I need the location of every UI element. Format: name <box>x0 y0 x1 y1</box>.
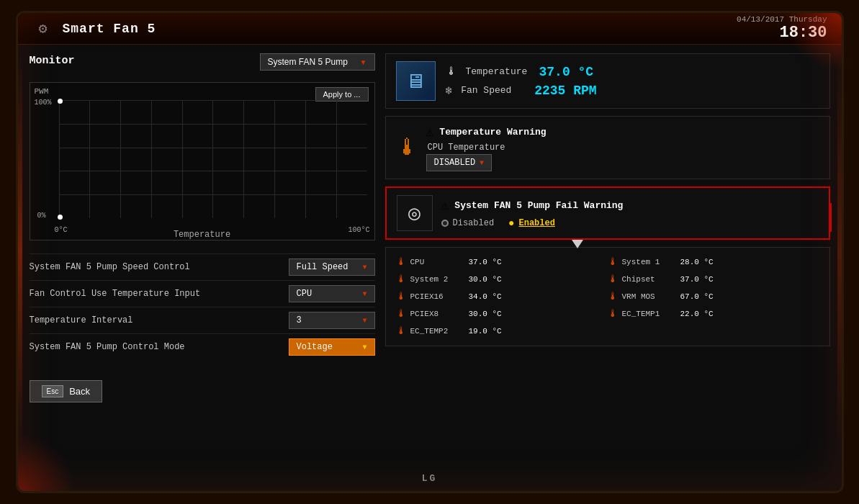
left-panel: Monitor System FAN 5 Pump ▼ PWM 100% 0% … <box>30 53 375 482</box>
warning-value-row: DISABLED ▼ <box>426 154 819 171</box>
temp-entry-ectemp1: 🌡 EC_TEMP1 22.0 °C <box>608 307 819 321</box>
fan-warning-content: ⚠ System FAN 5 Pump Fail Warning Disable… <box>441 197 819 229</box>
setting-row-interval: Temperature Interval 3 ▼ <box>30 307 375 333</box>
corner-accent-top-right <box>784 13 842 71</box>
temp-entry-pciex16: 🌡 PCIEX16 34.0 °C <box>396 289 608 304</box>
temp-sensors-grid: 🌡 CPU 37.0 °C 🌡 System 1 28.0 °C 🌡 Syste… <box>385 247 830 346</box>
x-axis-label: Temperature <box>174 230 230 240</box>
grid-col <box>336 100 367 218</box>
temperature-row: 🌡 Temperature 37.0 °C <box>446 65 597 79</box>
grid-col <box>120 100 151 218</box>
settings-rows: System FAN 5 Pump Speed Control Full Spe… <box>30 253 375 360</box>
pwm-label: PWM <box>35 87 49 96</box>
temperature-icon: 🌡 <box>446 65 457 78</box>
header-bar: ⚙ Smart Fan 5 04/13/2017 Thursday 18:30 <box>18 13 842 45</box>
temp-val-ectemp2: 19.0 °C <box>469 327 502 336</box>
thermometer-icon: 🌡 <box>396 134 419 162</box>
radio-disabled[interactable]: Disabled <box>441 218 495 228</box>
fan-warning-title-text: System FAN 5 Pump Fail Warning <box>454 200 623 211</box>
temp-sensor-icon: 🌡 <box>396 325 406 337</box>
control-mode-dropdown[interactable]: Voltage ▼ <box>289 338 375 356</box>
temperature-warning-card: 🌡 ⚠ Temperature Warning CPU Temperature … <box>385 116 830 179</box>
temp-entry-ectemp2: 🌡 EC_TEMP2 19.0 °C <box>396 324 608 338</box>
fan-speed-row: ❄ Fan Speed 2235 RPM <box>446 84 597 98</box>
fan-warning-triangle-icon: ⚠ <box>441 197 449 213</box>
temp-entry-pciex8: 🌡 PCIEX8 30.0 °C <box>396 307 608 321</box>
temp-name-system2: System 2 <box>410 275 464 284</box>
monitor-bezel: ⚙ Smart Fan 5 04/13/2017 Thursday 18:30 … <box>16 11 844 493</box>
info-rows: 🌡 Temperature 37.0 °C ❄ Fan Speed 2235 R… <box>446 65 597 98</box>
interval-dropdown[interactable]: 3 ▼ <box>289 312 375 329</box>
y-max-label: 100% <box>35 99 52 107</box>
speed-control-dropdown[interactable]: Full Speed ▼ <box>289 258 375 276</box>
temp-sensor-icon: 🌡 <box>608 308 618 320</box>
radio-disabled-label: Disabled <box>453 218 495 228</box>
temp-entry-system1: 🌡 System 1 28.0 °C <box>608 255 819 269</box>
temp-sensor-icon: 🌡 <box>608 291 618 302</box>
temp-name-chipset: Chipset <box>622 275 676 284</box>
fan-speed-label: Fan Speed <box>461 85 526 96</box>
warning-triangle-icon: ⚠ <box>426 124 434 140</box>
info-card: 🖥 🌡 Temperature 37.0 °C ❄ Fan Speed 2235… <box>385 53 830 109</box>
radio-enabled[interactable]: ● Enabled <box>508 217 555 229</box>
fan-speed-icon: ❄ <box>446 84 453 98</box>
setting-label-interval: Temperature Interval <box>30 315 133 325</box>
dropdown-arrow-icon: ▼ <box>362 343 366 351</box>
dropdown-arrow-icon: ▼ <box>362 264 366 271</box>
setting-row-temp-input: Fan Control Use Temperature Input CPU ▼ <box>30 280 375 307</box>
chart-grid-area <box>59 100 367 218</box>
grid-col <box>89 100 120 218</box>
temp-name-ectemp1: EC_TEMP1 <box>622 310 676 318</box>
temp-name-pciex8: PCIEX8 <box>410 310 464 318</box>
grid-col <box>182 100 213 218</box>
grid-col <box>274 100 305 218</box>
temp-name-pciex16: PCIEX16 <box>410 292 464 301</box>
grid-col <box>243 100 274 218</box>
monitor-label: Monitor <box>30 55 75 67</box>
radio-disabled-dot <box>441 220 449 227</box>
temp-name-ectemp2: EC_TEMP2 <box>410 327 464 336</box>
back-button-area: Esc Back <box>30 374 375 402</box>
corner-accent-bottom-left <box>18 433 76 491</box>
warning-text-block: ⚠ Temperature Warning CPU Temperature DI… <box>426 124 819 171</box>
x-max-label: 100°C <box>348 226 369 234</box>
back-button[interactable]: Esc Back <box>30 380 103 402</box>
temp-val-pciex16: 34.0 °C <box>469 292 502 301</box>
back-key-label: Esc <box>42 385 64 397</box>
warning-card-inner: 🌡 ⚠ Temperature Warning CPU Temperature … <box>396 124 819 171</box>
main-content: Monitor System FAN 5 Pump ▼ PWM 100% 0% … <box>18 45 842 491</box>
dropdown-arrow-icon: ▼ <box>360 58 367 66</box>
right-panel: 🖥 🌡 Temperature 37.0 °C ❄ Fan Speed 2235… <box>385 53 830 482</box>
chart-area: PWM 100% 0% 0°C 100°C Apply to ... <box>30 82 375 240</box>
arrow-cursor-icon <box>572 240 583 248</box>
temp-sensor-icon: 🌡 <box>608 274 618 285</box>
chart-dot-start <box>58 215 63 220</box>
temp-val-system1: 28.0 °C <box>680 258 714 266</box>
fan-blade-icon: ◎ <box>397 195 433 231</box>
fan-speed-value: 2235 RPM <box>534 84 596 98</box>
x-min-label: 0°C <box>55 226 68 234</box>
apply-button[interactable]: Apply to ... <box>315 87 369 102</box>
chart-grid-cols <box>59 100 367 218</box>
temp-val-system2: 30.0 °C <box>469 275 502 284</box>
temp-val-pciex8: 30.0 °C <box>469 310 502 318</box>
warning-title-text: Temperature Warning <box>439 127 546 138</box>
coin-icon: ● <box>508 217 514 229</box>
red-arrow-line <box>830 203 832 232</box>
setting-label-speed-control: System FAN 5 Pump Speed Control <box>30 262 190 272</box>
temp-name-vrmmos: VRM MOS <box>622 292 676 301</box>
temp-sensor-icon: 🌡 <box>396 274 406 285</box>
gear-icon: ⚙ <box>32 18 54 40</box>
warning-value-dropdown[interactable]: DISABLED ▼ <box>426 154 493 171</box>
setting-label-temp-input: Fan Control Use Temperature Input <box>30 289 201 299</box>
temp-sensor-icon: 🌡 <box>396 308 406 320</box>
setting-row-speed-control: System FAN 5 Pump Speed Control Full Spe… <box>30 253 375 280</box>
monitor-dropdown[interactable]: System FAN 5 Pump ▼ <box>260 53 375 71</box>
warning-title-row: ⚠ Temperature Warning <box>426 124 819 140</box>
grid-col <box>305 100 336 218</box>
temp-input-dropdown[interactable]: CPU ▼ <box>289 285 375 302</box>
dropdown-arrow-icon: ▼ <box>480 159 484 167</box>
temp-val-ectemp1: 22.0 °C <box>680 310 714 318</box>
grid-col <box>59 100 90 218</box>
setting-row-control-mode: System FAN 5 Pump Control Mode Voltage ▼ <box>30 333 375 360</box>
